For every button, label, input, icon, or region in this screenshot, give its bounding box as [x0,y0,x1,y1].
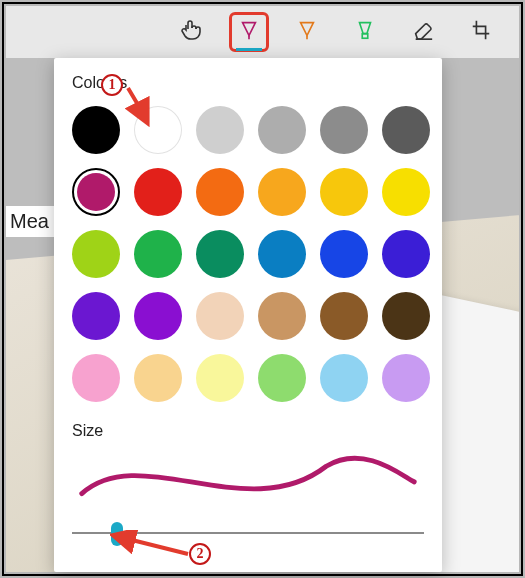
svg-rect-2 [362,34,368,39]
colour-swatch[interactable] [320,230,368,278]
colour-swatch[interactable] [382,354,430,402]
colour-swatch-selected[interactable] [72,168,120,216]
colour-swatch[interactable] [196,230,244,278]
highlighter-icon [354,19,376,45]
finger-tool[interactable] [171,12,211,52]
colour-swatch[interactable] [382,168,430,216]
colour-swatch[interactable] [134,230,182,278]
colour-swatch[interactable] [258,292,306,340]
colour-swatch[interactable] [196,106,244,154]
size-heading: Size [72,422,424,440]
slider-track [72,532,424,534]
colour-swatch[interactable] [196,168,244,216]
finger-icon [179,18,203,46]
colour-swatch[interactable] [382,292,430,340]
colour-swatch[interactable] [320,292,368,340]
size-preview-wave [72,448,424,504]
pen-icon [238,19,260,45]
eraser-tool[interactable] [403,12,443,52]
background-label-mea: Mea [6,206,57,237]
colour-swatch[interactable] [72,354,120,402]
colour-swatch[interactable] [258,106,306,154]
pen-icon [296,19,318,45]
size-slider[interactable] [72,522,424,546]
colour-swatch[interactable] [382,106,430,154]
colour-swatch[interactable] [320,168,368,216]
crop-icon [470,19,492,45]
highlighter-tool[interactable] [345,12,385,52]
pen-tool[interactable] [229,12,269,52]
colour-swatch[interactable] [382,230,430,278]
colour-swatch-inner [77,173,115,211]
crop-tool[interactable] [461,12,501,52]
colour-swatch[interactable] [258,230,306,278]
pen-settings-panel: Colours Size [54,58,442,572]
colour-swatch[interactable] [134,354,182,402]
drawing-toolbar [6,6,519,58]
colour-swatch[interactable] [72,292,120,340]
colours-heading: Colours [72,74,424,92]
colour-swatch-grid [72,106,424,402]
colour-swatch[interactable] [134,292,182,340]
slider-thumb[interactable] [111,522,123,546]
colour-swatch[interactable] [258,168,306,216]
colour-swatch[interactable] [72,106,120,154]
tool-active-underline [236,48,262,51]
pen-tool-orange[interactable] [287,12,327,52]
colour-swatch[interactable] [134,168,182,216]
colour-swatch[interactable] [134,106,182,154]
colour-swatch[interactable] [72,230,120,278]
colour-swatch[interactable] [320,106,368,154]
colour-swatch[interactable] [320,354,368,402]
colour-swatch[interactable] [196,292,244,340]
colour-swatch[interactable] [258,354,306,402]
eraser-icon [412,19,434,45]
colour-swatch[interactable] [196,354,244,402]
